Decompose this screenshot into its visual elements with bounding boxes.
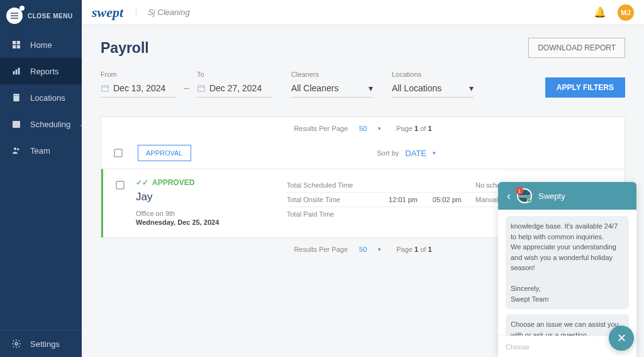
sidebar-item-locations[interactable]: Locations: [0, 84, 82, 111]
svg-rect-18: [102, 86, 109, 91]
team-icon: [11, 145, 21, 156]
onsite-end: 05:02 pm: [425, 196, 469, 203]
chat-body: knowledge base. It's available 24/7 to h…: [498, 210, 636, 336]
chevron-down-icon: ▾: [433, 150, 436, 156]
sidebar-item-settings[interactable]: Settings: [0, 330, 82, 357]
svg-rect-14: [13, 121, 20, 123]
sidebar-item-label: Scheduling: [30, 120, 70, 129]
svg-rect-7: [13, 71, 15, 74]
menu-icon: [6, 8, 23, 24]
to-date-value: Dec 27, 2024: [209, 83, 262, 93]
close-menu-button[interactable]: CLOSE MENU: [0, 0, 82, 31]
results-per-page-label: Results Per Page: [294, 246, 348, 253]
sort-by-value: DATE: [405, 149, 426, 158]
paid-time-label: Total Paid Time: [287, 210, 381, 218]
date-range-dash: –: [184, 82, 189, 98]
check-icon: ✓✓: [136, 178, 148, 187]
pager-prev-icon[interactable]: ▾: [378, 125, 381, 132]
entry-location: Office on 9th: [136, 210, 287, 217]
svg-point-16: [17, 148, 19, 150]
to-date-filter[interactable]: To Dec 27, 2024: [197, 71, 272, 98]
svg-rect-3: [13, 41, 16, 44]
chevron-down-icon: ▾: [469, 83, 474, 93]
sidebar: CLOSE MENU Home Reports Locations Schedu…: [0, 0, 82, 357]
sidebar-item-scheduling[interactable]: Scheduling ⌄: [0, 111, 82, 137]
page-indicator: Page 1 of 1: [396, 125, 431, 132]
onsite-time-label: Total Onsite Time: [287, 196, 381, 203]
filter-bar: From Dec 13, 2024 – To Dec 27, 2024 Clea…: [101, 71, 625, 98]
calendar-icon: [101, 84, 109, 93]
approval-button[interactable]: APPROVAL: [138, 145, 191, 161]
building-icon: [11, 93, 21, 103]
sidebar-item-label: Team: [30, 146, 50, 156]
svg-rect-6: [17, 45, 20, 48]
entry-checkbox[interactable]: [116, 181, 125, 190]
per-page-value[interactable]: 50: [359, 246, 367, 253]
chat-back-button[interactable]: ‹: [507, 190, 511, 203]
entry-date: Wednesday, Dec 25, 2024: [136, 218, 287, 226]
svg-rect-11: [14, 95, 15, 96]
download-report-button[interactable]: DOWNLOAD REPORT: [528, 38, 625, 58]
pager-prev-icon[interactable]: ▾: [378, 246, 381, 252]
onsite-type: Manual: [475, 196, 498, 203]
sidebar-item-label: Settings: [30, 339, 60, 349]
filter-label: Cleaners: [291, 71, 373, 78]
svg-rect-20: [198, 86, 205, 91]
svg-rect-1: [11, 15, 18, 16]
sidebar-item-team[interactable]: Team: [0, 137, 82, 164]
company-name: Sj Cleaning: [136, 8, 190, 17]
dashboard-icon: [11, 40, 21, 50]
header: swept Sj Cleaning 🔔 MJ: [82, 0, 644, 25]
cleaners-value: All Cleaners: [291, 83, 338, 93]
calendar-icon: [197, 84, 206, 93]
from-date-filter[interactable]: From Dec 13, 2024: [101, 71, 176, 98]
sidebar-item-label: Locations: [30, 93, 65, 103]
svg-rect-9: [18, 68, 20, 75]
svg-rect-8: [16, 69, 18, 74]
from-date-value: Dec 13, 2024: [113, 83, 165, 93]
close-menu-label: CLOSE MENU: [28, 13, 73, 20]
chat-input-placeholder[interactable]: Choose: [506, 343, 530, 351]
avatar[interactable]: MJ: [618, 4, 634, 21]
locations-value: All Locations: [392, 83, 441, 93]
chat-badge: 1: [516, 187, 523, 195]
scheduled-time-label: Total Scheduled Time: [287, 181, 381, 189]
sidebar-item-reports[interactable]: Reports: [0, 58, 82, 84]
status-badge: ✓✓ APPROVED: [136, 178, 287, 187]
chat-title: Swepty: [538, 191, 565, 201]
logo: swept: [92, 4, 123, 21]
table-controls: APPROVAL Sort by DATE ▾: [101, 140, 625, 169]
select-all-checkbox[interactable]: [114, 149, 123, 157]
svg-rect-5: [13, 45, 16, 48]
cleaners-filter[interactable]: Cleaners All Cleaners ▾: [291, 71, 373, 98]
chat-close-button[interactable]: ✕: [609, 326, 634, 351]
sidebar-item-label: Reports: [30, 67, 59, 76]
svg-rect-2: [11, 18, 18, 18]
results-per-page-label: Results Per Page: [294, 125, 348, 132]
page-title: Payroll: [101, 40, 149, 57]
svg-rect-0: [11, 13, 18, 13]
gear-icon: [11, 339, 21, 349]
apply-filters-button[interactable]: APPLY FILTERS: [545, 77, 625, 98]
chat-avatar: 1 swept: [517, 188, 532, 203]
filter-label: From: [101, 71, 176, 78]
pager-top: Results Per Page 50 ▾ Page 1 of 1: [101, 117, 625, 140]
chat-message: knowledge base. It's available 24/7 to h…: [506, 216, 629, 309]
onsite-start: 12:01 pm: [381, 196, 425, 203]
svg-rect-12: [17, 95, 18, 96]
bell-icon[interactable]: 🔔: [594, 6, 606, 18]
svg-rect-4: [17, 41, 20, 44]
entry-name: Jay: [136, 191, 287, 203]
sort-by-label: Sort by: [377, 149, 399, 157]
sidebar-item-home[interactable]: Home: [0, 31, 82, 58]
chevron-down-icon: ▾: [369, 83, 373, 93]
sort-by-control[interactable]: Sort by DATE ▾: [377, 149, 436, 158]
svg-rect-10: [13, 94, 19, 101]
per-page-value[interactable]: 50: [359, 125, 367, 132]
chart-icon: [11, 66, 21, 76]
page-indicator: Page 1 of 1: [396, 246, 431, 253]
chat-header: ‹ 1 swept Swepty: [498, 182, 636, 210]
locations-filter[interactable]: Locations All Locations ▾: [392, 71, 474, 98]
filter-label: To: [197, 71, 272, 78]
svg-point-15: [14, 147, 16, 150]
